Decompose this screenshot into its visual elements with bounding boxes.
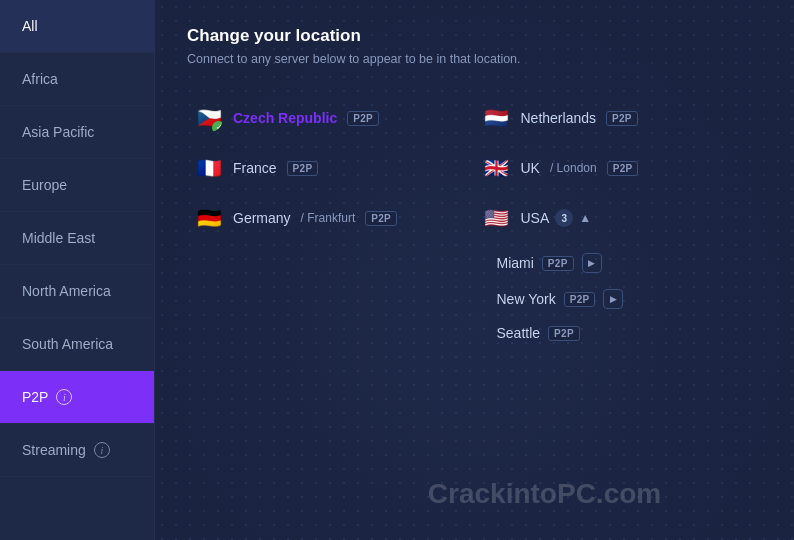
server-name-france: France (233, 160, 277, 176)
usa-expand-row: USA 3 ▲ (521, 209, 592, 227)
sub-badge-seattle: P2P (548, 326, 580, 341)
sidebar-item-africa[interactable]: Africa (0, 53, 154, 106)
flag-netherlands: 🇳🇱 (483, 104, 511, 132)
flag-france: 🇫🇷 (195, 154, 223, 182)
flag-uk: 🇬🇧 (483, 154, 511, 182)
flag-usa: 🇺🇸 (483, 204, 511, 232)
server-row-germany[interactable]: 🇩🇪 Germany / Frankfurt P2P (187, 194, 475, 242)
sidebar-item-label: All (22, 18, 38, 34)
chevron-up-icon: ▲ (579, 211, 591, 225)
sub-row-new-york[interactable]: New York P2P ▶ (489, 282, 763, 316)
sidebar-item-north-america[interactable]: North America (0, 265, 154, 318)
streaming-info-icon: i (94, 442, 110, 458)
flag-germany: 🇩🇪 (195, 204, 223, 232)
sidebar-item-middle-east[interactable]: Middle East (0, 212, 154, 265)
usa-sub-locations: Miami P2P ▶ New York P2P ▶ Seattle P2P (475, 246, 763, 348)
page-title: Change your location (187, 26, 762, 46)
main-content: Change your location Connect to any serv… (155, 0, 794, 540)
server-col-right: 🇳🇱 Netherlands P2P 🇬🇧 UK / London P2P 🇺🇸… (475, 94, 763, 348)
badge-czech: P2P (347, 111, 379, 126)
server-name-netherlands: Netherlands (521, 110, 597, 126)
play-button-miami[interactable]: ▶ (582, 253, 602, 273)
badge-france: P2P (287, 161, 319, 176)
sidebar: All Africa Asia Pacific Europe Middle Ea… (0, 0, 155, 540)
server-name-usa: USA (521, 210, 550, 226)
sub-badge-miami: P2P (542, 256, 574, 271)
server-row-czech[interactable]: 🇨🇿 ✓ Czech Republic P2P (187, 94, 475, 142)
sidebar-item-south-america[interactable]: South America (0, 318, 154, 371)
sub-name-miami: Miami (497, 255, 534, 271)
sub-badge-new-york: P2P (564, 292, 596, 307)
sub-row-miami[interactable]: Miami P2P ▶ (489, 246, 763, 280)
sidebar-item-p2p[interactable]: P2P i (0, 371, 154, 424)
server-name-czech: Czech Republic (233, 110, 337, 126)
sidebar-item-label: Asia Pacific (22, 124, 94, 140)
server-name-uk: UK (521, 160, 540, 176)
page-subtitle: Connect to any server below to appear to… (187, 52, 762, 66)
badge-netherlands: P2P (606, 111, 638, 126)
badge-uk: P2P (607, 161, 639, 176)
flag-czech: 🇨🇿 ✓ (195, 104, 223, 132)
sidebar-item-streaming[interactable]: Streaming i (0, 424, 154, 477)
sidebar-item-all[interactable]: All (0, 0, 154, 53)
sub-name-seattle: Seattle (497, 325, 541, 341)
server-grid: 🇨🇿 ✓ Czech Republic P2P 🇫🇷 France P2P 🇩🇪… (187, 94, 762, 348)
p2p-info-icon: i (56, 389, 72, 405)
sidebar-item-label: Europe (22, 177, 67, 193)
server-name-germany: Germany (233, 210, 291, 226)
server-row-france[interactable]: 🇫🇷 France P2P (187, 144, 475, 192)
play-button-new-york[interactable]: ▶ (603, 289, 623, 309)
server-sub-germany: / Frankfurt (301, 211, 356, 225)
sidebar-item-label: Africa (22, 71, 58, 87)
server-sub-uk: / London (550, 161, 597, 175)
server-col-left: 🇨🇿 ✓ Czech Republic P2P 🇫🇷 France P2P 🇩🇪… (187, 94, 475, 348)
badge-germany: P2P (365, 211, 397, 226)
sidebar-item-asia-pacific[interactable]: Asia Pacific (0, 106, 154, 159)
watermark: CrackintoPC.com (428, 478, 661, 510)
sidebar-item-europe[interactable]: Europe (0, 159, 154, 212)
server-row-netherlands[interactable]: 🇳🇱 Netherlands P2P (475, 94, 763, 142)
usa-count: 3 (555, 209, 573, 227)
sub-row-seattle[interactable]: Seattle P2P (489, 318, 763, 348)
sub-name-new-york: New York (497, 291, 556, 307)
server-row-uk[interactable]: 🇬🇧 UK / London P2P (475, 144, 763, 192)
sidebar-item-label: North America (22, 283, 111, 299)
server-row-usa[interactable]: 🇺🇸 USA 3 ▲ (475, 194, 763, 242)
sidebar-item-label: South America (22, 336, 113, 352)
active-checkmark: ✓ (212, 121, 223, 132)
sidebar-item-label: P2P (22, 389, 48, 405)
sidebar-item-label: Streaming (22, 442, 86, 458)
sidebar-item-label: Middle East (22, 230, 95, 246)
